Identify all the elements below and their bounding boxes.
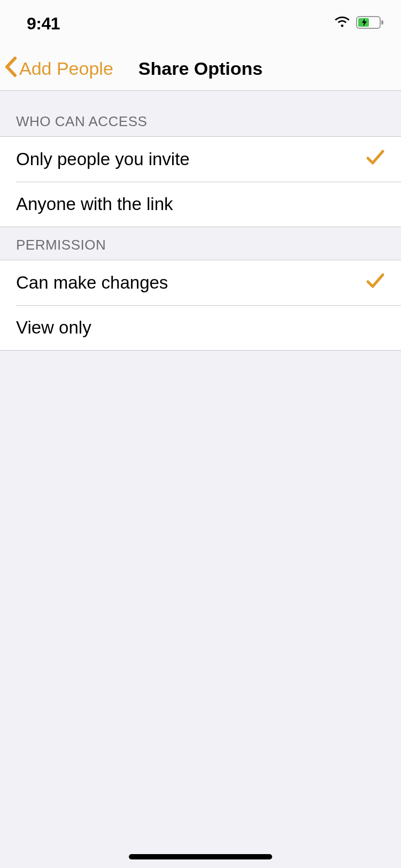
navigation-bar: Add People Share Options <box>0 47 401 91</box>
status-bar: 9:41 <box>0 0 401 47</box>
back-button[interactable]: Add People <box>4 57 113 81</box>
option-label: Anyone with the link <box>16 194 173 214</box>
option-anyone-link[interactable]: Anyone with the link <box>0 182 401 227</box>
battery-icon <box>356 15 385 32</box>
checkmark-icon <box>366 148 385 171</box>
chevron-left-icon <box>4 57 17 81</box>
option-label: Can make changes <box>16 273 168 293</box>
svg-rect-2 <box>381 20 383 25</box>
wifi-icon <box>334 16 351 31</box>
section-header-permission: Permission <box>0 227 401 260</box>
option-can-make-changes[interactable]: Can make changes <box>0 260 401 305</box>
status-indicators <box>334 15 385 32</box>
option-label: View only <box>16 317 91 338</box>
status-time: 9:41 <box>27 14 60 34</box>
access-option-group: Only people you invite Anyone with the l… <box>0 136 401 227</box>
option-label: Only people you invite <box>16 149 190 169</box>
page-title: Share Options <box>138 58 263 79</box>
section-header-access: Who Can Access <box>0 91 401 136</box>
back-label: Add People <box>19 58 113 79</box>
home-indicator[interactable] <box>129 854 272 859</box>
option-only-invited[interactable]: Only people you invite <box>0 137 401 182</box>
option-view-only[interactable]: View only <box>0 305 401 350</box>
checkmark-icon <box>366 271 385 294</box>
permission-option-group: Can make changes View only <box>0 260 401 351</box>
